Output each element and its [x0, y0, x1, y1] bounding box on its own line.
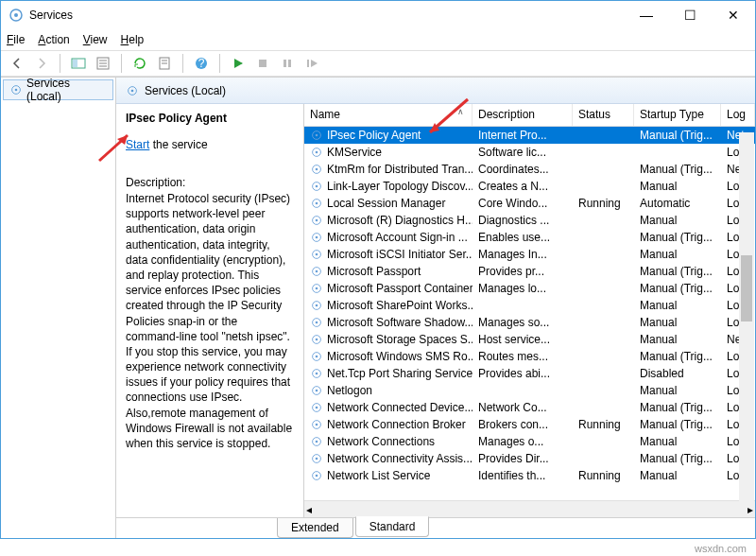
- selected-service-name: IPsec Policy Agent: [126, 112, 294, 125]
- export-button[interactable]: [93, 53, 113, 74]
- svg-point-29: [316, 236, 318, 239]
- col-startup[interactable]: Startup Type: [634, 104, 721, 126]
- minimize-button[interactable]: —: [625, 1, 668, 29]
- service-row[interactable]: Microsoft PassportProvides pr...Manual (…: [304, 263, 755, 280]
- col-name[interactable]: Name: [304, 104, 472, 126]
- gear-icon: [310, 452, 323, 465]
- cell-startup: Manual: [634, 213, 721, 228]
- right-pane: Services (Local) IPsec Policy Agent Star…: [116, 78, 755, 538]
- svg-point-41: [316, 339, 318, 341]
- cell-description: [472, 304, 573, 306]
- cell-status: [573, 134, 634, 136]
- menu-action[interactable]: Action: [38, 33, 69, 46]
- cell-status: [573, 441, 634, 443]
- scroll-left-icon[interactable]: ◂: [306, 503, 312, 516]
- gear-icon: [310, 299, 323, 312]
- maximize-button[interactable]: ☐: [668, 1, 712, 29]
- gear-icon: [310, 248, 323, 261]
- cell-name: Microsoft (R) Diagnostics H...: [327, 214, 472, 227]
- menu-file[interactable]: File: [7, 33, 25, 46]
- col-description[interactable]: Description: [472, 104, 573, 126]
- service-row[interactable]: NetlogonManualLoc: [304, 382, 755, 399]
- gear-icon: [310, 282, 323, 295]
- service-row[interactable]: Local Session ManagerCore Windo...Runnin…: [304, 195, 755, 212]
- refresh-button[interactable]: [129, 53, 150, 74]
- tree-root-services-local[interactable]: Services (Local): [3, 79, 113, 100]
- cell-status: [573, 458, 634, 460]
- rows-container[interactable]: IPsec Policy AgentInternet Pro...Manual …: [304, 127, 755, 500]
- svg-point-27: [316, 219, 318, 222]
- svg-point-43: [316, 356, 318, 358]
- service-row[interactable]: Net.Tcp Port Sharing ServiceProvides abi…: [304, 365, 755, 382]
- cell-status: [573, 390, 634, 391]
- tree-root-label: Services (Local): [26, 77, 107, 103]
- cell-description: Enables use...: [472, 230, 573, 245]
- cell-name: Microsoft Windows SMS Ro...: [327, 350, 472, 363]
- forward-button[interactable]: [31, 53, 52, 74]
- close-button[interactable]: ✕: [712, 1, 755, 29]
- start-service-link[interactable]: Start: [126, 138, 149, 151]
- service-row[interactable]: KtmRm for Distributed Tran...Coordinates…: [304, 161, 755, 178]
- menu-help[interactable]: Help: [121, 33, 145, 46]
- svg-point-31: [316, 253, 318, 256]
- start-service-button[interactable]: [228, 53, 249, 74]
- properties-button[interactable]: [154, 53, 175, 74]
- service-row[interactable]: Network ConnectionsManages o...ManualLoc: [304, 433, 755, 450]
- service-row[interactable]: Microsoft Software Shadow...Manages so..…: [304, 314, 755, 331]
- svg-point-25: [316, 202, 318, 205]
- titlebar[interactable]: Services — ☐ ✕: [1, 1, 755, 29]
- service-row[interactable]: Microsoft Storage Spaces S...Host servic…: [304, 331, 755, 348]
- help-icon[interactable]: ?: [191, 53, 212, 74]
- back-button[interactable]: [7, 53, 27, 74]
- cell-startup: Manual (Trig...: [634, 128, 721, 143]
- cell-name: KtmRm for Distributed Tran...: [327, 163, 472, 176]
- col-logon[interactable]: Log: [721, 104, 755, 126]
- service-row[interactable]: Microsoft iSCSI Initiator Ser...Manages …: [304, 246, 755, 263]
- cell-startup: Manual (Trig...: [634, 349, 721, 364]
- cell-description: Network Co...: [472, 400, 573, 415]
- cell-name: IPsec Policy Agent: [327, 129, 421, 142]
- services-list: Name Description Status Startup Type Log…: [303, 104, 755, 517]
- service-row[interactable]: Microsoft SharePoint Works...ManualLoc: [304, 297, 755, 314]
- service-row[interactable]: Microsoft Account Sign-in ...Enables use…: [304, 229, 755, 246]
- service-row[interactable]: IPsec Policy AgentInternet Pro...Manual …: [304, 127, 755, 144]
- service-row[interactable]: Microsoft Windows SMS Ro...Routes mes...…: [304, 348, 755, 365]
- service-row[interactable]: Network Connectivity Assis...Provides Di…: [304, 450, 755, 467]
- gear-icon: [310, 180, 323, 193]
- cell-status: [573, 339, 634, 340]
- cell-startup: Manual (Trig...: [634, 281, 721, 296]
- pause-service-button[interactable]: [277, 53, 298, 74]
- tab-extended[interactable]: Extended: [277, 518, 353, 538]
- service-row[interactable]: Microsoft Passport ContainerManages lo..…: [304, 280, 755, 297]
- cell-name: Network Connectivity Assis...: [327, 452, 472, 465]
- view-tabs: Extended Standard: [116, 517, 755, 538]
- service-row[interactable]: Network Connected Device...Network Co...…: [304, 399, 755, 416]
- service-row[interactable]: Network List ServiceIdentifies th...Runn…: [304, 467, 755, 484]
- cell-description: Internet Pro...: [472, 128, 573, 143]
- show-hide-tree-button[interactable]: [68, 53, 89, 74]
- restart-service-button[interactable]: [301, 53, 322, 74]
- horizontal-scrollbar[interactable]: ◂ ▸: [304, 500, 755, 517]
- stop-service-button[interactable]: [252, 53, 273, 74]
- cell-startup: Automatic: [634, 196, 721, 211]
- tab-standard[interactable]: Standard: [355, 516, 430, 537]
- cell-status: [573, 321, 634, 323]
- cell-description: Host service...: [472, 332, 573, 347]
- vertical-scrollbar[interactable]: [739, 132, 754, 503]
- service-row[interactable]: Link-Layer Topology Discov...Creates a N…: [304, 178, 755, 195]
- cell-name: Link-Layer Topology Discov...: [327, 180, 472, 193]
- cell-startup: Manual: [634, 434, 721, 449]
- cell-description: Identifies th...: [472, 468, 573, 483]
- gear-icon: [310, 384, 323, 397]
- scroll-right-icon[interactable]: ▸: [747, 503, 753, 516]
- cell-status: [573, 236, 634, 238]
- service-row[interactable]: KMServiceSoftware lic...Loc: [304, 144, 755, 161]
- scrollbar-thumb[interactable]: [741, 255, 752, 321]
- col-status[interactable]: Status: [573, 104, 634, 126]
- service-row[interactable]: Network Connection BrokerBrokers con...R…: [304, 416, 755, 433]
- service-row[interactable]: Microsoft (R) Diagnostics H...Diagnostic…: [304, 212, 755, 229]
- cell-startup: [634, 151, 721, 153]
- cell-name: Net.Tcp Port Sharing Service: [327, 367, 472, 380]
- menu-view[interactable]: View: [83, 33, 108, 46]
- cell-status: [573, 270, 634, 272]
